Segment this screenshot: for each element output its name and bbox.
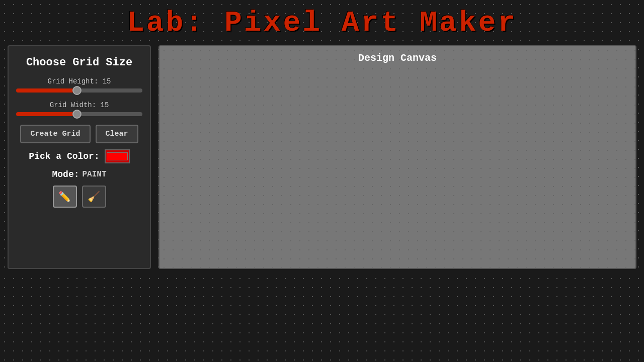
erase-icon: 🧹	[88, 191, 100, 203]
mode-label: Mode:	[52, 169, 79, 179]
color-picker[interactable]	[105, 149, 130, 163]
header: Lab: Pixel Art Maker	[0, 0, 644, 45]
grid-width-slider[interactable]	[16, 112, 142, 116]
color-row: Pick a Color:	[16, 149, 142, 163]
bottom-dot-strip	[0, 274, 644, 362]
grid-height-container: Grid Height: 15	[16, 77, 142, 95]
grid-width-label: Grid Width: 15	[16, 101, 142, 109]
clear-button[interactable]: Clear	[96, 125, 138, 143]
grid-button-row: Create Grid Clear	[16, 125, 142, 143]
paint-tool-button[interactable]: ✏️	[53, 186, 77, 208]
mode-value: PAINT	[83, 170, 107, 179]
grid-height-label: Grid Height: 15	[16, 77, 142, 85]
create-grid-button[interactable]: Create Grid	[20, 125, 90, 143]
erase-tool-button[interactable]: 🧹	[82, 186, 106, 208]
panel-title: Choose Grid Size	[26, 56, 132, 69]
content-area: Choose Grid Size Grid Height: 15 Grid Wi…	[0, 45, 644, 274]
paint-icon: ✏️	[58, 191, 71, 203]
grid-width-container: Grid Width: 15	[16, 101, 142, 119]
left-panel: Choose Grid Size Grid Height: 15 Grid Wi…	[8, 45, 151, 269]
app-title: Lab: Pixel Art Maker	[127, 7, 517, 39]
tool-row: ✏️ 🧹	[16, 186, 142, 208]
design-canvas-panel: Design Canvas	[158, 45, 636, 269]
mode-row: Mode: PAINT	[16, 169, 142, 179]
canvas-background	[159, 46, 635, 268]
canvas-title: Design Canvas	[358, 46, 437, 68]
color-label: Pick a Color:	[29, 151, 99, 161]
grid-height-slider[interactable]	[16, 88, 142, 93]
